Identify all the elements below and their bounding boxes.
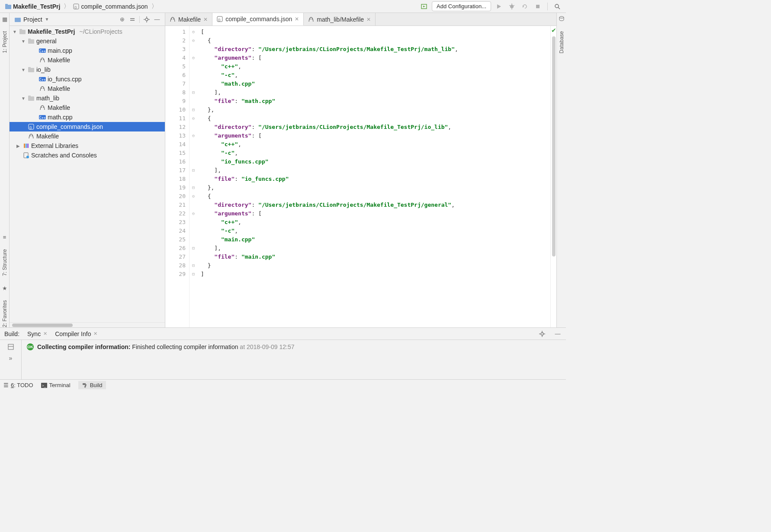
tab-sync[interactable]: Sync ✕ [27,330,47,337]
status-todo[interactable]: ☰ 6: TODO [3,382,33,388]
line-number[interactable]: 7 [165,80,186,88]
tree-node[interactable]: Makefile [10,84,165,93]
close-icon[interactable]: ✕ [203,16,208,22]
line-number[interactable]: 12 [165,123,186,131]
tree-node[interactable]: C++io_funcs.cpp [10,74,165,84]
close-icon[interactable]: ✕ [366,16,371,22]
fold-mark[interactable]: ⊟ [190,270,197,279]
line-number[interactable]: 14 [165,140,186,149]
editor-tab[interactable]: {}compile_commands.json✕ [212,13,304,26]
tree-node[interactable]: C++main.cpp [10,46,165,55]
hide-tool-window-icon[interactable]: — [554,330,562,338]
tree-node[interactable]: ▼Makefile_TestPrj~/CLionProjects [10,27,165,36]
stripe-button-database[interactable]: Database [559,31,565,53]
search-icon[interactable] [552,1,562,12]
fold-mark[interactable]: ⊖ [190,114,197,123]
fold-mark[interactable] [190,235,197,244]
line-number[interactable]: 28 [165,261,186,270]
line-number[interactable]: 8 [165,88,186,97]
fold-mark[interactable]: ⊖ [190,192,197,201]
fold-mark[interactable]: ⊖ [190,131,197,140]
fold-mark[interactable] [190,218,197,227]
tree-node[interactable]: Scratches and Consoles [10,151,165,160]
close-icon[interactable]: ✕ [43,331,47,337]
fold-mark[interactable]: ⊖ [190,54,197,62]
tree-node[interactable]: Makefile [10,55,165,65]
fold-mark[interactable] [190,175,197,183]
fold-mark[interactable]: ⊖ [190,36,197,45]
status-build[interactable]: Build [78,381,106,389]
fold-mark[interactable] [190,80,197,88]
tree-node[interactable]: C++math.cpp [10,112,165,122]
line-number[interactable]: 26 [165,244,186,253]
tree-node[interactable]: Makefile [10,103,165,112]
gear-icon[interactable] [538,330,546,338]
fold-mark[interactable]: ⊟ [190,183,197,192]
status-terminal[interactable]: >_ Terminal [41,382,71,388]
vertical-scrollbar[interactable] [552,34,556,327]
build-icon[interactable] [419,1,429,12]
fold-mark[interactable] [190,140,197,149]
fold-mark[interactable] [190,253,197,261]
line-number[interactable]: 11 [165,114,186,123]
toggle-tree-icon[interactable] [7,343,14,350]
fold-mark[interactable]: ⊟ [190,261,197,270]
fold-mark[interactable] [190,62,197,71]
fold-mark[interactable] [190,123,197,131]
fold-mark[interactable] [190,45,197,54]
line-number[interactable]: 16 [165,157,186,166]
line-number[interactable]: 21 [165,201,186,209]
stripe-button-favorites[interactable]: 2: Favorites [2,300,8,327]
stripe-button-project[interactable]: 1: Project [2,31,8,53]
hide-tool-window-icon[interactable]: — [153,15,161,24]
tree-node[interactable]: {}compile_commands.json [10,122,165,131]
tree-twisty-icon[interactable]: ▼ [12,29,17,34]
line-number[interactable]: 1 [165,28,186,36]
tree-twisty-icon[interactable]: ▶ [16,144,21,148]
code-editor[interactable]: [ { "directory": "/Users/jetbrains/CLion… [197,26,550,327]
horizontal-scrollbar[interactable] [10,322,165,327]
fold-mark[interactable] [190,157,197,166]
run-icon[interactable] [494,1,504,12]
line-number[interactable]: 22 [165,209,186,218]
tree-node[interactable]: ▼io_lib [10,65,165,74]
gear-icon[interactable] [142,15,151,24]
line-number[interactable]: 15 [165,149,186,157]
line-number[interactable]: 23 [165,218,186,227]
editor-tab[interactable]: Makefile✕ [165,13,212,26]
line-number[interactable]: 19 [165,183,186,192]
line-number[interactable]: 29 [165,270,186,279]
fold-gutter[interactable]: ⊖⊖⊖⊟⊟⊖⊖⊟⊟⊖⊖⊟⊟⊟ [190,26,197,327]
fold-mark[interactable] [190,227,197,235]
editor-tab[interactable]: math_lib/Makefile✕ [304,13,376,26]
line-number[interactable]: 18 [165,175,186,183]
breadcrumb-item-root[interactable]: Makefile_TestPrj [3,2,62,11]
close-icon[interactable]: ✕ [93,331,97,337]
line-number[interactable]: 27 [165,253,186,261]
line-number[interactable]: 10 [165,106,186,114]
fold-mark[interactable]: ⊟ [190,88,197,97]
line-number[interactable]: 2 [165,36,186,45]
project-view-selector[interactable]: Project ▼ [12,15,51,24]
tree-node[interactable]: Makefile [10,131,165,141]
fold-mark[interactable]: ⊖ [190,209,197,218]
error-stripe[interactable]: ✔ [550,26,556,327]
fold-mark[interactable] [190,71,197,80]
line-number[interactable]: 4 [165,54,186,62]
rerun-icon[interactable] [520,1,530,12]
project-tree[interactable]: ▼Makefile_TestPrj~/CLionProjects▼general… [10,26,165,322]
fold-mark[interactable]: ⊟ [190,244,197,253]
line-number[interactable]: 9 [165,97,186,106]
tree-twisty-icon[interactable]: ▼ [21,39,26,44]
line-number[interactable]: 24 [165,227,186,235]
line-number[interactable]: 20 [165,192,186,201]
tree-twisty-icon[interactable]: ▼ [21,96,26,101]
stop-icon[interactable] [533,1,543,12]
scrollbar-thumb[interactable] [552,36,556,256]
expand-more-icon[interactable]: » [9,355,13,362]
tree-node[interactable]: ▼general [10,36,165,46]
stripe-button-structure[interactable]: 7: Structure [2,249,8,276]
tab-compiler-info[interactable]: Compiler Info ✕ [55,330,97,337]
run-configuration-selector[interactable]: Add Configuration... [432,1,491,11]
fold-mark[interactable]: ⊖ [190,28,197,36]
